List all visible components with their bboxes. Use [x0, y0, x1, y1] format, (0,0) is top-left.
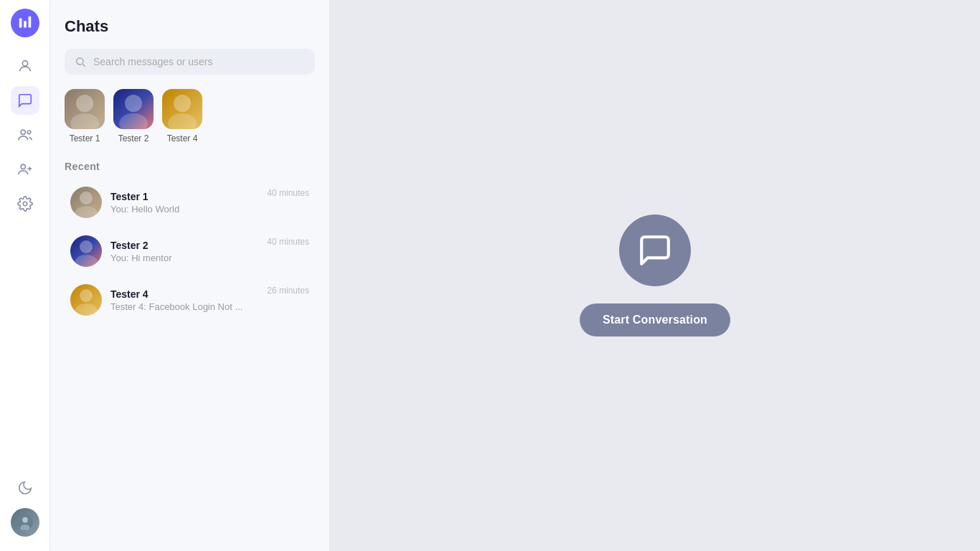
nav-icon-chats[interactable]	[11, 86, 39, 115]
svg-point-5	[27, 131, 31, 134]
icon-bar	[0, 0, 50, 551]
svg-rect-1	[24, 21, 27, 27]
chat-avatar-tester1	[70, 187, 102, 218]
svg-point-25	[80, 289, 93, 302]
avatar-circle-tester2	[113, 89, 154, 129]
start-conversation-button[interactable]: Start Conversation	[580, 303, 730, 336]
recent-label: Recent	[65, 161, 315, 172]
svg-point-4	[21, 130, 25, 134]
svg-point-18	[119, 113, 148, 129]
svg-point-11	[22, 517, 28, 523]
svg-point-23	[80, 240, 93, 253]
svg-line-14	[83, 64, 85, 66]
svg-point-22	[75, 206, 98, 218]
chat-time-tester2: 40 minutes	[267, 237, 309, 247]
search-input[interactable]	[93, 56, 305, 67]
app-logo	[11, 9, 39, 37]
svg-point-19	[174, 95, 191, 112]
chat-preview-tester4: Tester 4: Facebook Login Not ...	[110, 301, 258, 312]
search-icon	[75, 56, 86, 67]
chat-list: Tester 1 You: Hello World 40 minutes Tes…	[65, 179, 315, 323]
svg-point-16	[70, 113, 99, 129]
svg-point-21	[80, 192, 93, 204]
avatar-name-tester1: Tester 1	[70, 133, 100, 143]
chat-name-tester1: Tester 1	[110, 191, 258, 202]
nav-icon-settings[interactable]	[11, 189, 39, 218]
nav-icon-add-user[interactable]	[11, 155, 39, 184]
svg-point-6	[21, 164, 25, 169]
chat-time-tester1: 40 minutes	[267, 188, 309, 198]
avatar-circle-tester4	[162, 89, 202, 129]
avatar-name-tester4: Tester 4	[167, 133, 198, 143]
nav-icon-contacts[interactable]	[11, 121, 39, 149]
chat-info-tester2: Tester 2 You: Hi mentor	[110, 240, 258, 263]
sidebar: Chats Tester 1 Tester 2	[50, 0, 330, 551]
avatar-circle-tester1	[65, 89, 105, 129]
chat-icon-circle	[619, 215, 691, 286]
chat-name-tester2: Tester 2	[110, 240, 258, 251]
chat-item-tester4[interactable]: Tester 4 Tester 4: Facebook Login Not ..…	[65, 277, 315, 323]
frequent-contact-tester4[interactable]: Tester 4	[162, 89, 202, 143]
main-area: Start Conversation	[330, 0, 980, 551]
nav-icon-dark-mode[interactable]	[11, 474, 39, 502]
svg-point-13	[77, 58, 83, 65]
nav-icon-profile[interactable]	[11, 52, 39, 80]
chat-preview-tester1: You: Hello World	[110, 204, 258, 215]
avatar-name-tester2: Tester 2	[118, 133, 149, 143]
frequent-contacts: Tester 1 Tester 2 Tester 4	[65, 89, 315, 143]
frequent-contact-tester1[interactable]: Tester 1	[65, 89, 105, 143]
svg-rect-0	[19, 19, 22, 28]
sidebar-title: Chats	[65, 17, 315, 36]
svg-point-17	[125, 95, 142, 112]
chat-avatar-tester2	[70, 235, 102, 267]
svg-point-15	[76, 95, 93, 112]
frequent-contact-tester2[interactable]: Tester 2	[113, 89, 154, 143]
chat-info-tester1: Tester 1 You: Hello World	[110, 191, 258, 215]
svg-point-26	[75, 303, 98, 316]
chat-item-tester2[interactable]: Tester 2 You: Hi mentor 40 minutes	[65, 228, 315, 274]
user-avatar-icon[interactable]	[11, 508, 39, 537]
chat-info-tester4: Tester 4 Tester 4: Facebook Login Not ..…	[110, 288, 258, 312]
chat-time-tester4: 26 minutes	[267, 286, 309, 296]
svg-point-3	[22, 61, 27, 66]
chat-avatar-tester4	[70, 284, 102, 316]
svg-rect-2	[28, 17, 31, 28]
chat-preview-tester2: You: Hi mentor	[110, 253, 258, 263]
svg-point-20	[168, 113, 197, 129]
svg-point-9	[23, 202, 27, 206]
chat-item-tester1[interactable]: Tester 1 You: Hello World 40 minutes	[65, 179, 315, 225]
search-bar[interactable]	[65, 49, 315, 75]
svg-point-24	[75, 255, 98, 267]
chat-name-tester4: Tester 4	[110, 288, 258, 300]
start-conversation-wrap: Start Conversation	[580, 215, 730, 336]
